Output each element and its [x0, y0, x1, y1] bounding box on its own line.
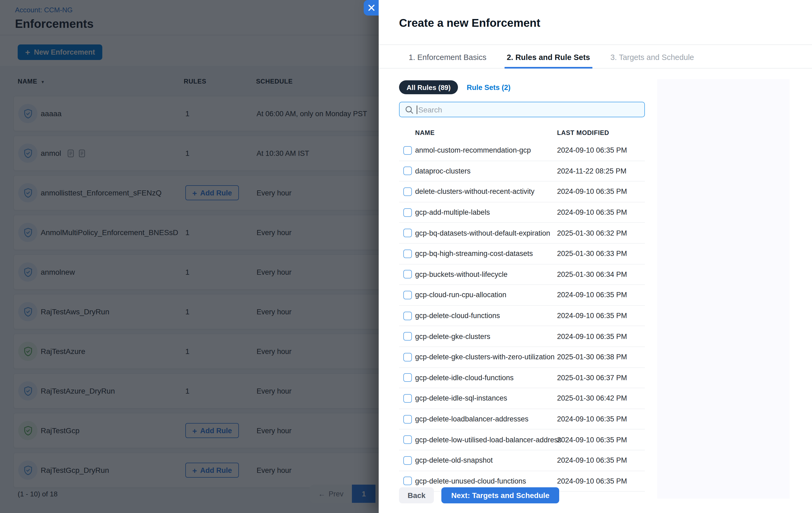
- rule-name: gcp-delete-idle-cloud-functions: [415, 374, 514, 382]
- rule-name: anmol-custom-recommendation-gcp: [415, 147, 531, 154]
- step-enforcement-basics[interactable]: 1. Enforcement Basics: [407, 47, 489, 68]
- rule-name: gcp-delete-gke-clusters: [415, 332, 490, 340]
- rule-name: gcp-bq-datasets-without-default-expirati…: [415, 229, 550, 237]
- next-targets-schedule-button[interactable]: Next: Targets and Schedule: [442, 487, 559, 503]
- wizard-steps: 1. Enforcement Basics 2. Rules and Rule …: [379, 47, 812, 68]
- rule-name: delete-clusters-without-recent-activity: [415, 188, 534, 196]
- rule-name: gcp-cloud-run-cpu-allocation: [415, 291, 506, 299]
- rule-last-modified: 2025-01-30 06:34 PM: [557, 270, 627, 278]
- rule-name: gcp-delete-idle-sql-instances: [415, 394, 507, 402]
- drawer-header-divider: [379, 44, 812, 45]
- rule-checkbox[interactable]: [403, 415, 412, 423]
- rule-name: gcp-delete-cloud-functions: [415, 312, 500, 320]
- rule-last-modified: 2025-01-30 06:33 PM: [557, 250, 627, 258]
- rule-row[interactable]: gcp-delete-loadbalancer-addresses 2024-0…: [399, 409, 645, 429]
- rule-last-modified: 2025-01-30 06:38 PM: [557, 353, 627, 361]
- rule-checkbox[interactable]: [403, 167, 412, 175]
- rule-checkbox[interactable]: [403, 394, 412, 403]
- rule-name: gcp-delete-low-utilised-load-balancer-ad…: [415, 435, 561, 444]
- rule-row[interactable]: delete-clusters-without-recent-activity …: [399, 182, 645, 202]
- rule-name: gcp-delete-old-snapshot: [415, 456, 493, 464]
- rule-checkbox[interactable]: [403, 332, 412, 340]
- rule-name: gcp-delete-unused-cloud-functions: [415, 477, 526, 485]
- rule-last-modified: 2024-09-10 06:35 PM: [557, 291, 627, 299]
- rule-checkbox[interactable]: [403, 373, 412, 382]
- rule-row[interactable]: gcp-add-multiple-labels 2024-09-10 06:35…: [399, 203, 645, 223]
- close-button[interactable]: [364, 0, 379, 16]
- rule-checkbox[interactable]: [403, 353, 412, 361]
- rule-checkbox[interactable]: [403, 208, 412, 217]
- rule-checkbox[interactable]: [403, 456, 412, 464]
- drawer-title: Create a new Enforcement: [399, 17, 541, 29]
- rule-row[interactable]: gcp-delete-low-utilised-load-balancer-ad…: [399, 430, 645, 450]
- rule-checkbox[interactable]: [403, 146, 412, 155]
- rule-last-modified: 2024-09-10 06:35 PM: [557, 332, 627, 340]
- rule-row[interactable]: gcp-bq-datasets-without-default-expirati…: [399, 223, 645, 244]
- tab-all-rules[interactable]: All Rules (89): [399, 80, 458, 94]
- close-icon: [368, 4, 375, 11]
- rule-name: gcp-delete-gke-clusters-with-zero-utiliz…: [415, 353, 555, 361]
- step-rules-and-rule-sets[interactable]: 2. Rules and Rule Sets: [504, 47, 592, 68]
- rule-last-modified: 2024-09-10 06:35 PM: [557, 456, 627, 464]
- rule-last-modified: 2025-01-30 06:32 PM: [557, 229, 627, 237]
- rule-row[interactable]: anmol-custom-recommendation-gcp 2024-09-…: [399, 140, 645, 161]
- rule-row[interactable]: gcp-bq-high-streaming-cost-datasets 2025…: [399, 244, 645, 264]
- rule-name: gcp-add-multiple-labels: [415, 208, 490, 216]
- rule-checkbox[interactable]: [403, 435, 412, 444]
- rule-name: dataproc-clusters: [415, 167, 470, 175]
- tab-rule-sets[interactable]: Rule Sets (2): [467, 83, 511, 91]
- rule-row[interactable]: gcp-delete-idle-cloud-functions 2025-01-…: [399, 368, 645, 388]
- rule-checkbox[interactable]: [403, 311, 412, 320]
- rule-row[interactable]: dataproc-clusters 2024-11-22 08:25 PM: [399, 161, 645, 182]
- selection-side-panel: [657, 79, 789, 499]
- rules-list: anmol-custom-recommendation-gcp 2024-09-…: [399, 140, 645, 491]
- rules-list-header: NAME LAST MODIFIED: [399, 126, 645, 140]
- rule-row[interactable]: gcp-delete-idle-sql-instances 2025-01-30…: [399, 388, 645, 409]
- screen: Account: CCM-NG Enforcements + New Enfor…: [0, 0, 812, 513]
- rule-name: gcp-buckets-without-lifecycle: [415, 270, 508, 278]
- rule-row[interactable]: gcp-delete-gke-clusters 2024-09-10 06:35…: [399, 326, 645, 347]
- rule-checkbox[interactable]: [403, 291, 412, 299]
- step-targets-and-schedule[interactable]: 3. Targets and Schedule: [608, 47, 696, 68]
- rule-last-modified: 2025-01-30 06:37 PM: [557, 374, 627, 382]
- rule-checkbox[interactable]: [403, 249, 412, 258]
- rule-checkbox[interactable]: [403, 270, 412, 279]
- rule-last-modified: 2024-09-10 06:35 PM: [557, 435, 627, 444]
- rule-row[interactable]: gcp-buckets-without-lifecycle 2025-01-30…: [399, 264, 645, 285]
- drawer-footer: Back Next: Targets and Schedule: [399, 487, 559, 503]
- rule-last-modified: 2025-01-30 06:42 PM: [557, 394, 627, 402]
- rule-last-modified: 2024-09-10 06:35 PM: [557, 147, 627, 154]
- rule-last-modified: 2024-09-10 06:35 PM: [557, 312, 627, 320]
- rule-last-modified: 2024-09-10 06:35 PM: [557, 188, 627, 196]
- rule-checkbox[interactable]: [403, 187, 412, 196]
- rule-last-modified: 2024-09-10 06:35 PM: [557, 415, 627, 423]
- rule-name: gcp-bq-high-streaming-cost-datasets: [415, 250, 533, 258]
- search-input[interactable]: [417, 105, 644, 114]
- rule-last-modified: 2024-11-22 08:25 PM: [557, 167, 627, 175]
- rule-row[interactable]: gcp-delete-old-snapshot 2024-09-10 06:35…: [399, 450, 645, 471]
- rules-tabs: All Rules (89) Rule Sets (2): [399, 80, 511, 94]
- rule-checkbox[interactable]: [403, 229, 412, 237]
- back-button[interactable]: Back: [399, 487, 434, 503]
- rule-row[interactable]: gcp-delete-cloud-functions 2024-09-10 06…: [399, 306, 645, 326]
- rule-row[interactable]: gcp-cloud-run-cpu-allocation 2024-09-10 …: [399, 285, 645, 305]
- rule-checkbox[interactable]: [403, 477, 412, 485]
- search-icon: [405, 105, 413, 114]
- rule-row[interactable]: gcp-delete-gke-clusters-with-zero-utiliz…: [399, 347, 645, 368]
- rule-last-modified: 2024-09-10 06:35 PM: [557, 477, 627, 485]
- rules-column-last-modified: LAST MODIFIED: [557, 129, 609, 137]
- rule-last-modified: 2024-09-10 06:35 PM: [557, 208, 627, 216]
- create-enforcement-drawer: Create a new Enforcement 1. Enforcement …: [379, 0, 812, 513]
- rules-search[interactable]: [399, 102, 645, 117]
- rule-name: gcp-delete-loadbalancer-addresses: [415, 415, 528, 423]
- rules-column-name: NAME: [415, 129, 435, 137]
